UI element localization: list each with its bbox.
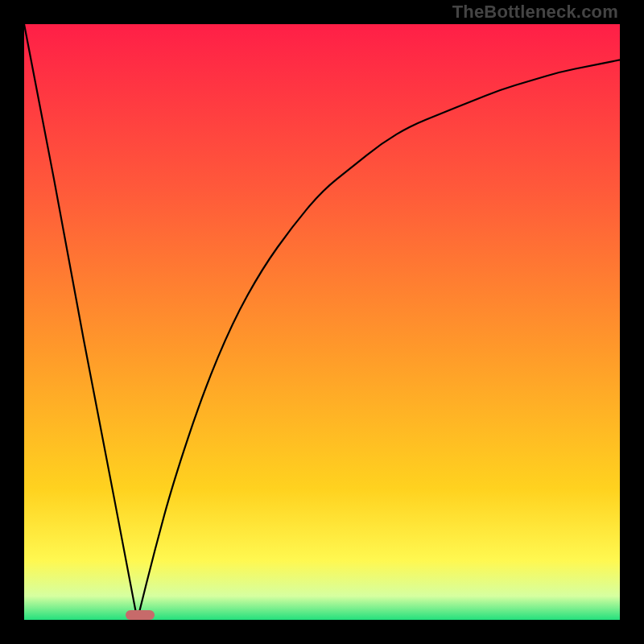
watermark-text: TheBottleneck.com	[452, 2, 618, 23]
optimum-marker	[126, 610, 155, 620]
curve-left-branch	[24, 24, 138, 620]
chart-frame: TheBottleneck.com	[0, 0, 644, 644]
plot-area	[24, 24, 620, 620]
bottleneck-curve	[24, 24, 620, 620]
curve-right-branch	[138, 60, 620, 620]
